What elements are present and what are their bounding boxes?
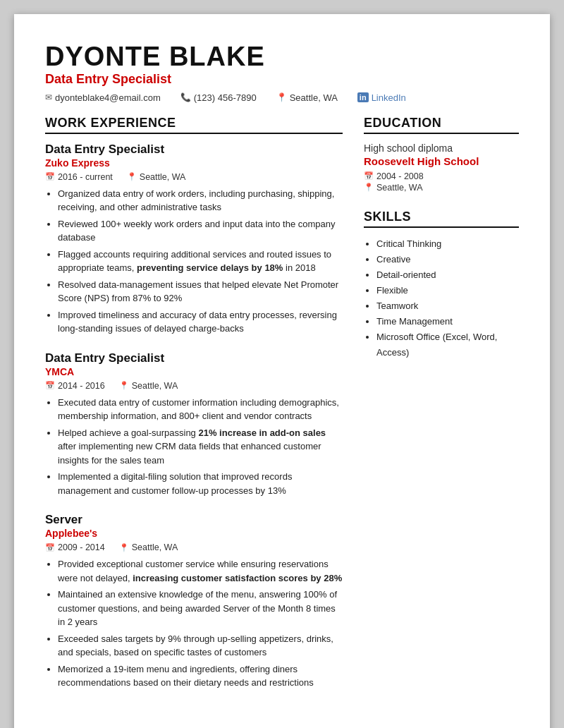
location-contact: 📍 Seattle, WA	[276, 92, 338, 103]
edu-meta: 📅 2004 - 2008 📍 Seattle, WA	[364, 171, 519, 193]
bullet-1-3: Flagged accounts requiring additional se…	[58, 248, 343, 275]
email-address: dyonteblake4@email.com	[55, 92, 161, 103]
work-experience-heading: WORK EXPERIENCE	[45, 116, 343, 134]
location-icon-1: 📍	[127, 172, 137, 181]
bullet-1-4: Resolved data-management issues that hel…	[58, 278, 343, 305]
contact-row: ✉ dyonteblake4@email.com 📞 (123) 456-789…	[45, 92, 519, 103]
job-title-2: Data Entry Specialist	[45, 351, 343, 365]
job-entry-3: Server Applebee's 📅 2009 - 2014 📍 Seattl…	[45, 513, 343, 690]
phone-icon: 📞	[180, 92, 191, 102]
education-section: EDUCATION High school diploma Roosevelt …	[364, 116, 519, 193]
edu-dates-row: 📅 2004 - 2008	[364, 171, 519, 181]
bullet-2-1: Executed data entry of customer informat…	[58, 396, 343, 423]
edu-degree: High school diploma	[364, 142, 519, 154]
job-entry-2: Data Entry Specialist YMCA 📅 2014 - 2016…	[45, 351, 343, 498]
right-column: EDUCATION High school diploma Roosevelt …	[364, 116, 519, 705]
job-title-1: Data Entry Specialist	[45, 142, 343, 157]
main-content: WORK EXPERIENCE Data Entry Specialist Zu…	[45, 116, 519, 705]
job-location-2: 📍 Seattle, WA	[119, 381, 178, 391]
job-meta-1: 📅 2016 - current 📍 Seattle, WA	[45, 172, 343, 182]
left-column: WORK EXPERIENCE Data Entry Specialist Zu…	[45, 116, 343, 705]
linkedin-contact[interactable]: in LinkedIn	[357, 92, 406, 103]
candidate-name: DYONTE BLAKE	[45, 42, 519, 72]
education-heading: EDUCATION	[364, 116, 519, 134]
location-icon-2: 📍	[119, 381, 129, 390]
bullet-1-5: Improved timeliness and accuracy of data…	[58, 308, 343, 336]
skill-6: Time Management	[376, 314, 519, 329]
resume-container: DYONTE BLAKE Data Entry Specialist ✉ dyo…	[14, 14, 550, 728]
skill-1: Critical Thinking	[376, 236, 519, 252]
bullet-3-3: Exceeded sales targets by 9% through up-…	[58, 632, 343, 660]
email-icon: ✉	[45, 92, 52, 102]
job-title-3: Server	[45, 513, 343, 527]
bullet-2-3: Implemented a digital-filing solution th…	[58, 470, 343, 497]
skill-7: Microsoft Office (Excel, Word, Access)	[376, 329, 519, 360]
job-meta-2: 📅 2014 - 2016 📍 Seattle, WA	[45, 381, 343, 391]
job-location-3: 📍 Seattle, WA	[119, 542, 178, 552]
work-experience-section: WORK EXPERIENCE Data Entry Specialist Zu…	[45, 116, 343, 690]
edu-school: Roosevelt High School	[364, 155, 519, 167]
job-dates-1: 📅 2016 - current	[45, 172, 113, 182]
calendar-icon-1: 📅	[45, 172, 55, 181]
linkedin-link[interactable]: LinkedIn	[372, 92, 406, 103]
email-contact: ✉ dyonteblake4@email.com	[45, 92, 161, 103]
header-section: DYONTE BLAKE Data Entry Specialist ✉ dyo…	[45, 42, 519, 103]
company-name-1: Zuko Express	[45, 157, 343, 169]
edu-calendar-icon: 📅	[364, 171, 374, 181]
location-icon-3: 📍	[119, 543, 129, 552]
skill-3: Detail-oriented	[376, 267, 519, 283]
skills-heading: SKILLS	[364, 210, 519, 228]
bullet-1-1: Organized data entry of work orders, inc…	[58, 187, 343, 214]
bullet-1-2: Reviewed 100+ weekly work orders and inp…	[58, 217, 343, 245]
job-entry-1: Data Entry Specialist Zuko Express 📅 201…	[45, 142, 343, 336]
candidate-title: Data Entry Specialist	[45, 72, 519, 87]
skill-4: Flexible	[376, 283, 519, 298]
company-name-3: Applebee's	[45, 528, 343, 539]
linkedin-icon: in	[357, 92, 369, 102]
job-bullets-2: Executed data entry of customer informat…	[45, 396, 343, 498]
location-icon: 📍	[276, 92, 287, 102]
skill-5: Teamwork	[376, 298, 519, 314]
bullet-3-1: Provided exceptional customer service wh…	[58, 557, 343, 585]
calendar-icon-3: 📅	[45, 543, 55, 552]
job-location-1: 📍 Seattle, WA	[127, 172, 186, 182]
job-bullets-3: Provided exceptional customer service wh…	[45, 557, 343, 690]
skills-list: Critical Thinking Creative Detail-orient…	[364, 236, 519, 361]
edu-location: Seattle, WA	[376, 183, 423, 193]
phone-number: (123) 456-7890	[194, 92, 257, 103]
edu-location-icon: 📍	[364, 183, 374, 192]
edu-dates: 2004 - 2008	[376, 171, 424, 181]
skills-section: SKILLS Critical Thinking Creative Detail…	[364, 210, 519, 361]
phone-contact: 📞 (123) 456-7890	[180, 92, 257, 103]
edu-location-row: 📍 Seattle, WA	[364, 183, 519, 193]
job-dates-2: 📅 2014 - 2016	[45, 381, 105, 391]
company-name-2: YMCA	[45, 366, 343, 377]
skill-2: Creative	[376, 252, 519, 267]
bullet-3-2: Maintained an extensive knowledge of the…	[58, 588, 343, 629]
job-meta-3: 📅 2009 - 2014 📍 Seattle, WA	[45, 542, 343, 552]
location-text: Seattle, WA	[290, 92, 338, 103]
calendar-icon-2: 📅	[45, 381, 55, 390]
job-dates-3: 📅 2009 - 2014	[45, 542, 105, 552]
bullet-2-2: Helped achieve a goal-surpassing 21% inc…	[58, 426, 343, 468]
bullet-3-4: Memorized a 19-item menu and ingredients…	[58, 662, 343, 690]
job-bullets-1: Organized data entry of work orders, inc…	[45, 187, 343, 336]
